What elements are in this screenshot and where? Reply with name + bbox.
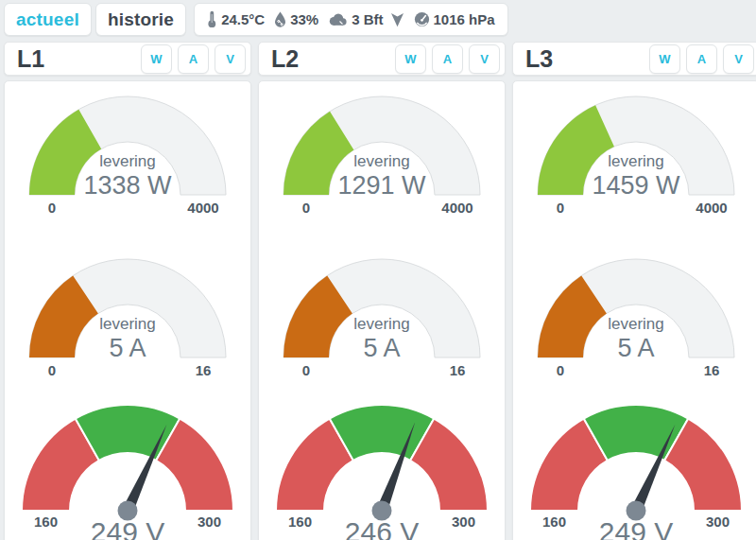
- unit-button-w[interactable]: W: [649, 44, 680, 74]
- power-gauge: levering1459 W04000: [512, 83, 756, 225]
- pressure-item: 1016 hPa: [414, 11, 495, 27]
- wind-value: 3 Bft: [352, 11, 383, 27]
- column-header-l3: L3WAV: [512, 42, 756, 76]
- current-gauge-value: 5 A: [363, 334, 400, 362]
- current-gauge-value: 5 A: [109, 334, 146, 362]
- barometer-icon: [414, 11, 430, 27]
- temperature-value: 24.5°C: [221, 11, 265, 27]
- unit-button-w[interactable]: W: [141, 44, 172, 74]
- current-gauge-min: 0: [557, 362, 564, 378]
- weather-info-panel: 24.5°C 33%: [194, 3, 507, 36]
- wind-direction-arrow-icon: [390, 12, 404, 27]
- current-gauge-label: levering: [99, 315, 156, 333]
- power-gauge-min: 0: [302, 200, 310, 216]
- top-bar: actueel historie 24.5°C 33%: [0, 0, 756, 36]
- power-gauge-value: 1459 W: [592, 171, 680, 200]
- voltage-gauge-min: 160: [288, 514, 312, 530]
- gauges-card-l2: levering1291 W04000levering5 A0161603002…: [258, 80, 506, 540]
- voltage-gauge-max: 300: [706, 514, 730, 530]
- power-gauge-value: 1291 W: [337, 171, 426, 200]
- gauges-card-l3: levering1459 W04000levering5 A0161603002…: [512, 80, 756, 540]
- power-gauge-max: 4000: [187, 200, 218, 216]
- column-title: L1: [17, 47, 135, 71]
- current-gauge-min: 0: [302, 362, 310, 378]
- pressure-value: 1016 hPa: [434, 11, 495, 27]
- unit-button-v[interactable]: V: [215, 44, 246, 74]
- power-gauge: levering1291 W04000: [258, 83, 506, 225]
- column-title: L2: [271, 47, 389, 71]
- unit-button-a[interactable]: A: [686, 44, 717, 74]
- column-l3: L3WAVlevering1459 W04000levering5 A01616…: [512, 42, 756, 540]
- tab-actueel[interactable]: actueel: [4, 3, 92, 36]
- current-gauge: levering5 A016: [258, 246, 506, 388]
- unit-button-a[interactable]: A: [178, 44, 209, 74]
- current-gauge-value: 5 A: [617, 334, 654, 362]
- voltage-gauge-value: 249 V: [599, 516, 673, 540]
- current-gauge-max: 16: [704, 362, 720, 378]
- temperature-item: 24.5°C: [207, 10, 265, 28]
- voltage-gauge-max: 300: [452, 514, 475, 530]
- tab-historie[interactable]: historie: [95, 3, 186, 36]
- current-gauge: levering5 A016: [4, 246, 251, 388]
- current-gauge: levering5 A016: [512, 246, 756, 388]
- voltage-gauge: 160300246 V: [258, 399, 506, 540]
- unit-button-v[interactable]: V: [469, 44, 500, 74]
- phase-columns: L1WAVlevering1338 W04000levering5 A01616…: [0, 36, 756, 540]
- voltage-gauge-value: 249 V: [91, 516, 164, 540]
- power-gauge-max: 4000: [441, 200, 472, 216]
- current-gauge-label: levering: [353, 315, 410, 333]
- column-title: L3: [525, 47, 644, 71]
- power-gauge-min: 0: [557, 200, 564, 216]
- current-gauge-max: 16: [196, 362, 212, 378]
- power-gauge-label: levering: [608, 152, 664, 170]
- unit-button-w[interactable]: W: [395, 44, 426, 74]
- wind-item: 3 Bft: [328, 11, 404, 27]
- power-gauge-max: 4000: [696, 200, 727, 216]
- unit-button-a[interactable]: A: [432, 44, 463, 74]
- power-gauge-value: 1338 W: [83, 171, 172, 200]
- column-header-l1: L1WAV: [4, 42, 251, 76]
- voltage-gauge-min: 160: [542, 514, 566, 530]
- thermometer-icon: [207, 10, 217, 28]
- power-gauge-label: levering: [99, 152, 156, 170]
- voltage-gauge-max: 300: [198, 514, 221, 530]
- voltage-gauge-min: 160: [34, 514, 58, 530]
- current-gauge-max: 16: [450, 362, 466, 378]
- column-l2: L2WAVlevering1291 W04000levering5 A01616…: [258, 42, 506, 540]
- humidity-item: 33%: [274, 11, 318, 27]
- unit-button-v[interactable]: V: [723, 44, 754, 74]
- gauges-card-l1: levering1338 W04000levering5 A0161603002…: [4, 80, 251, 540]
- cloud-icon: [328, 12, 348, 26]
- voltage-gauge: 160300249 V: [4, 399, 251, 540]
- power-gauge-label: levering: [353, 152, 410, 170]
- humidity-value: 33%: [290, 11, 318, 27]
- current-gauge-label: levering: [608, 315, 664, 333]
- power-gauge: levering1338 W04000: [4, 83, 251, 225]
- voltage-gauge: 160300249 V: [512, 399, 756, 540]
- power-gauge-min: 0: [48, 200, 56, 216]
- voltage-gauge-value: 246 V: [345, 516, 419, 540]
- column-l1: L1WAVlevering1338 W04000levering5 A01616…: [4, 42, 251, 540]
- humidity-drop-icon: [274, 11, 286, 27]
- current-gauge-min: 0: [48, 362, 56, 378]
- column-header-l2: L2WAV: [258, 42, 506, 76]
